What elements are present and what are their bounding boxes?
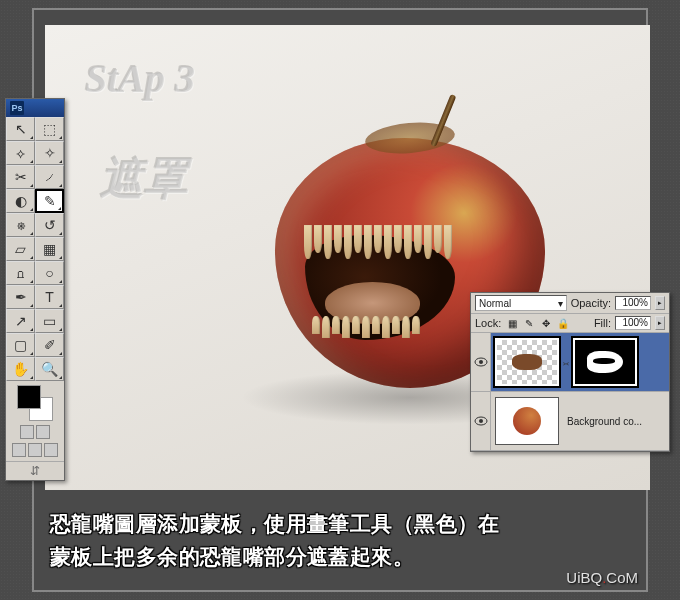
lock-pixels-button[interactable]: ✎: [522, 316, 536, 330]
layer-list: ⟗ Background co...: [471, 333, 669, 451]
eye-icon: [474, 416, 488, 426]
color-swatch-area: [6, 381, 64, 461]
eyedropper-tool[interactable]: ✐: [35, 333, 64, 357]
upper-teeth: [303, 225, 453, 259]
screen-mode-1[interactable]: [12, 443, 26, 457]
eraser-tool[interactable]: ▱: [6, 237, 35, 261]
watermark: UiBQ.CoM: [566, 569, 638, 586]
instruction-caption: 恐龍嘴圖層添加蒙板，使用畫筆工具（黑色）在 蒙板上把多余的恐龍嘴部分遮蓋起來。: [50, 508, 630, 573]
blend-mode-value: Normal: [479, 298, 511, 309]
quick-mask-button[interactable]: [36, 425, 50, 439]
photoshop-logo-icon: Ps: [10, 101, 24, 115]
fill-label: Fill:: [594, 317, 611, 329]
type-tool[interactable]: T: [35, 285, 64, 309]
shape-tool[interactable]: ▭: [35, 309, 64, 333]
link-icon: ⟗: [563, 357, 569, 368]
visibility-toggle[interactable]: [471, 392, 491, 450]
eye-icon: [474, 357, 488, 367]
slice-tool[interactable]: ⟋: [35, 165, 64, 189]
tools-panel: Ps ↖⬚⟡✧✂⟋◐✎⎈↺▱▦⩍○✒T↗▭▢✐✋🔍 ⇵: [5, 98, 65, 481]
lock-position-button[interactable]: ✥: [539, 316, 553, 330]
gradient-tool[interactable]: ▦: [35, 237, 64, 261]
jump-to-button[interactable]: ⇵: [6, 461, 64, 480]
layer-thumbnail[interactable]: [495, 338, 559, 386]
visibility-toggle[interactable]: [471, 333, 491, 391]
tool-grid: ↖⬚⟡✧✂⟋◐✎⎈↺▱▦⩍○✒T↗▭▢✐✋🔍: [6, 117, 64, 381]
screen-mode-row: [12, 443, 58, 457]
blur-tool[interactable]: ⩍: [6, 261, 35, 285]
dodge-tool[interactable]: ○: [35, 261, 64, 285]
fill-flyout-button[interactable]: ▸: [655, 316, 665, 330]
move-tool[interactable]: ↖: [6, 117, 35, 141]
caption-line-2: 蒙板上把多余的恐龍嘴部分遮蓋起來。: [50, 541, 630, 574]
crop-tool[interactable]: ✂: [6, 165, 35, 189]
lasso-tool[interactable]: ⟡: [6, 141, 35, 165]
lock-all-button[interactable]: 🔒: [556, 316, 570, 330]
opacity-flyout-button[interactable]: ▸: [655, 296, 665, 310]
opacity-input[interactable]: 100%: [615, 296, 651, 310]
clone-stamp-tool[interactable]: ⎈: [6, 213, 35, 237]
opacity-label: Opacity:: [571, 297, 611, 309]
svg-point-1: [479, 360, 483, 364]
foreground-color-swatch[interactable]: [17, 385, 41, 409]
layer-row-background[interactable]: Background co...: [471, 392, 669, 451]
notes-tool[interactable]: ▢: [6, 333, 35, 357]
lock-buttons: ▦ ✎ ✥ 🔒: [505, 316, 570, 330]
lock-transparency-button[interactable]: ▦: [505, 316, 519, 330]
brush-tool[interactable]: ✎: [35, 189, 64, 213]
layer-row-mouth[interactable]: ⟗: [471, 333, 669, 392]
svg-point-3: [479, 419, 483, 423]
mask-label: 遮罩: [100, 150, 188, 209]
caption-line-1: 恐龍嘴圖層添加蒙板，使用畫筆工具（黑色）在: [50, 508, 630, 541]
lower-teeth: [311, 316, 421, 338]
path-select-tool[interactable]: ↗: [6, 309, 35, 333]
screen-mode-3[interactable]: [44, 443, 58, 457]
blend-mode-select[interactable]: Normal ▾: [475, 295, 567, 311]
standard-mode-button[interactable]: [20, 425, 34, 439]
quick-mask-row: [20, 425, 50, 439]
screen-mode-2[interactable]: [28, 443, 42, 457]
step-label: StAp 3: [85, 55, 195, 102]
hand-tool[interactable]: ✋: [6, 357, 35, 381]
magic-wand-tool[interactable]: ✧: [35, 141, 64, 165]
history-brush-tool[interactable]: ↺: [35, 213, 64, 237]
dinosaur-mouth: [285, 220, 475, 355]
layer-thumbnail[interactable]: [495, 397, 559, 445]
layers-panel: Normal ▾ Opacity: 100% ▸ Lock: ▦ ✎ ✥ 🔒 F…: [470, 292, 670, 452]
pen-tool[interactable]: ✒: [6, 285, 35, 309]
color-swatches[interactable]: [17, 385, 53, 421]
lock-fill-row: Lock: ▦ ✎ ✥ 🔒 Fill: 100% ▸: [471, 314, 669, 333]
marquee-tool[interactable]: ⬚: [35, 117, 64, 141]
zoom-tool[interactable]: 🔍: [35, 357, 64, 381]
layer-name-label: Background co...: [563, 416, 665, 427]
blend-opacity-row: Normal ▾ Opacity: 100% ▸: [471, 293, 669, 314]
chevron-down-icon: ▾: [558, 298, 563, 309]
fill-input[interactable]: 100%: [615, 316, 651, 330]
tools-panel-header[interactable]: Ps: [6, 99, 64, 117]
healing-brush-tool[interactable]: ◐: [6, 189, 35, 213]
lock-label: Lock:: [475, 317, 501, 329]
layer-mask-thumbnail[interactable]: [573, 338, 637, 386]
